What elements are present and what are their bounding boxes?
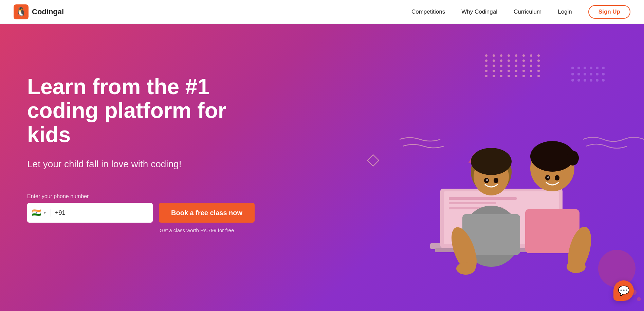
signup-button[interactable]: Sign Up [588,5,630,19]
dot [515,65,517,67]
dot [537,75,540,77]
dot [515,54,517,57]
logo-link[interactable]: 🐧 Codingal [14,4,64,19]
nav-login[interactable]: Login [558,8,572,15]
dot [493,75,495,77]
kids-with-laptop-illustration [396,114,634,311]
navbar: 🐧 Codingal Competitions Why Codingal Cur… [0,0,644,24]
dot [537,59,540,62]
svg-point-15 [577,79,580,82]
dot [508,59,510,62]
dot [485,75,487,77]
input-row: 🇮🇳 ▼ +91 Book a free class now [27,203,272,223]
dot [485,70,487,72]
logo-text: Codingal [32,7,64,16]
svg-point-6 [596,67,599,69]
dot [493,59,495,62]
dot [515,59,517,62]
svg-point-43 [456,262,475,275]
svg-point-10 [584,73,586,75]
dot [530,75,532,77]
dot [522,75,525,77]
svg-point-16 [584,79,586,82]
hero-image-area [386,100,644,311]
dot [493,70,495,72]
hero-subtitle: Let your child fall in love with coding! [27,159,272,170]
dot [485,54,487,57]
navbar-links: Competitions Why Codingal Curriculum Log… [411,5,630,19]
dot [485,59,487,62]
country-selector[interactable]: 🇮🇳 ▼ [32,209,51,217]
svg-point-2 [571,67,574,69]
dot [485,65,487,67]
svg-point-48 [555,175,559,180]
dot [515,70,517,72]
dot [522,54,525,57]
dot [530,54,532,57]
nav-why-codingal[interactable]: Why Codingal [461,8,497,15]
book-free-class-button[interactable]: Book a free class now [159,203,255,223]
svg-point-9 [577,73,580,75]
nav-competitions[interactable]: Competitions [411,8,445,15]
svg-point-46 [494,178,498,183]
svg-point-18 [596,79,599,82]
dot [508,70,510,72]
dot [493,65,495,67]
svg-point-12 [596,73,599,75]
hero-section: Learn from the #1 coding platform for ki… [0,24,644,311]
svg-point-14 [571,79,574,82]
chat-icon: 💬 [618,285,630,296]
svg-point-3 [577,67,580,69]
svg-point-13 [602,73,605,75]
dot [522,65,525,67]
phone-input[interactable] [68,209,148,217]
dot [508,75,510,77]
svg-rect-29 [449,202,496,204]
svg-point-17 [590,79,592,82]
dots-group-1 [485,54,542,77]
dot [537,65,540,67]
svg-point-44 [567,261,586,273]
svg-point-34 [471,148,512,175]
country-flag: 🇮🇳 [32,209,41,217]
dot [522,70,525,72]
svg-point-11 [590,73,592,75]
hero-content: Learn from the #1 coding platform for ki… [27,54,272,233]
dot [500,75,502,77]
phone-input-wrapper: 🇮🇳 ▼ +91 [27,203,153,223]
dot [530,70,532,72]
dot [493,54,495,57]
dot [537,70,540,72]
dot [508,65,510,67]
phone-label: Enter your phone number [27,193,272,200]
dot [522,59,525,62]
dot [530,59,532,62]
flag-dropdown-arrow: ▼ [43,211,47,215]
dots-grid-1 [485,54,542,77]
logo-icon: 🐧 [14,4,29,19]
svg-point-39 [567,151,579,166]
svg-point-50 [547,176,549,178]
svg-point-19 [602,79,605,82]
svg-point-49 [486,179,488,181]
dot [515,75,517,77]
dot [500,59,502,62]
dot [508,54,510,57]
dot [500,65,502,67]
nav-curriculum[interactable]: Curriculum [514,8,541,15]
dot [500,54,502,57]
dot [537,54,540,57]
svg-point-8 [571,73,574,75]
svg-rect-0 [367,155,379,166]
dot [530,65,532,67]
svg-rect-28 [449,197,517,200]
chat-bubble[interactable]: 💬 [613,280,634,301]
svg-point-4 [584,67,586,69]
phone-code: +91 [55,209,66,217]
hero-title: Learn from the #1 coding platform for ki… [27,75,272,146]
svg-point-7 [602,67,605,69]
dot [500,70,502,72]
svg-point-5 [590,67,592,69]
free-class-note: Get a class worth Rs.799 for free [160,227,272,233]
